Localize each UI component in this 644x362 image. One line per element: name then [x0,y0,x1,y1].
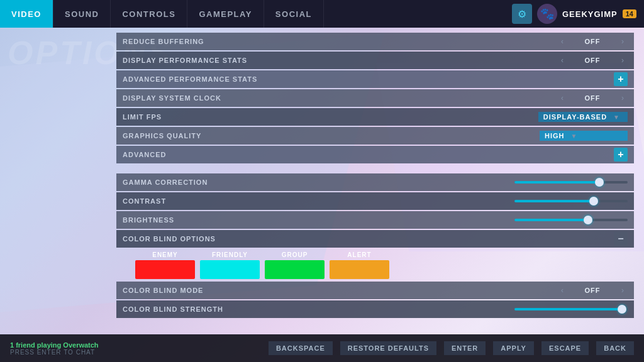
display-perf-stats-value: OFF [567,57,618,64]
swatch-friendly-box[interactable] [200,260,260,279]
display-system-clock-row: DISPLAY SYSTEM CLOCK ‹ OFF › [116,89,634,107]
back-btn[interactable]: BACK [596,341,634,355]
username: GEEKYGIMP [562,9,618,19]
brightness-row: BRIGHTNESS [116,211,634,229]
color-blind-options-label: COLOR BLIND OPTIONS [123,235,614,243]
color-blind-mode-right[interactable]: › [618,286,628,295]
advanced-row: ADVANCED + [116,146,634,163]
contrast-thumb[interactable] [589,197,598,206]
brightness-fill [514,219,588,221]
backspace-btn[interactable]: BACKSPACE [269,341,333,355]
brightness-thumb[interactable] [584,216,592,224]
brightness-label: BRIGHTNESS [123,216,375,224]
color-blind-strength-thumb[interactable] [618,305,626,314]
display-perf-stats-left[interactable]: ‹ [557,56,567,65]
avatar: 🐾 [537,4,557,24]
display-perf-stats-label: DISPLAY PERFORMANCE STATS [123,57,557,64]
chat-hint: PRESS ENTER TO CHAT [10,349,261,356]
color-blind-mode-row: COLOR BLIND MODE ‹ OFF › [116,282,634,299]
settings-icon[interactable]: ⚙ [512,4,532,24]
advanced-label: ADVANCED [123,151,614,158]
limit-fps-label: LIMIT FPS [123,113,538,121]
graphics-quality-label: GRAPHICS QUALITY [123,132,540,140]
graphics-quality-arrow: ▼ [569,133,580,140]
main-area: OPTIONS REDUCE BUFFERING ‹ OFF › DISPLAY… [0,28,644,362]
enter-btn[interactable]: ENTER [444,341,486,355]
swatch-friendly-label: FRIENDLY [212,251,248,258]
color-blind-mode-value: OFF [567,287,618,294]
reduce-buffering-left[interactable]: ‹ [557,37,567,46]
advanced-perf-stats-row: ADVANCED PERFORMANCE STATS + [116,70,634,88]
topbar-right: ⚙ 🐾 GEEKYGIMP 14 [504,0,644,28]
restore-defaults-btn[interactable]: RESTORE DEFAULTS [340,341,436,355]
display-system-clock-left[interactable]: ‹ [557,94,567,102]
advanced-perf-stats-expand[interactable]: + [614,72,628,86]
gamma-correction-slider[interactable] [375,181,628,184]
escape-btn[interactable]: ESCAPE [541,341,589,355]
graphics-quality-row: GRAPHICS QUALITY HIGH ▼ [116,127,634,145]
display-perf-stats-row: DISPLAY PERFORMANCE STATS ‹ OFF › [116,52,634,69]
graphics-quality-text: HIGH [545,132,565,140]
color-blind-strength-row: COLOR BLIND STRENGTH [116,300,634,318]
tab-gameplay[interactable]: GAMEPLAY [187,0,264,28]
display-system-clock-value: OFF [567,94,618,102]
contrast-track [514,200,628,202]
spacer-1 [116,165,634,173]
bottom-info: 1 friend playing Overwatch PRESS ENTER T… [10,341,261,356]
reduce-buffering-label: REDUCE BUFFERING [123,38,557,45]
color-blind-strength-fill [514,308,622,310]
bottom-bar: 1 friend playing Overwatch PRESS ENTER T… [0,334,644,362]
settings-panel: REDUCE BUFFERING ‹ OFF › DISPLAY PERFORM… [116,33,634,341]
tab-controls[interactable]: CONTROLS [111,0,187,28]
swatch-group-box[interactable] [265,260,325,279]
swatch-friendly: FRIENDLY [200,251,260,279]
user-level: 14 [623,9,636,18]
apply-btn[interactable]: APPLY [493,341,534,355]
contrast-fill [514,200,594,202]
topbar: VIDEO SOUND CONTROLS GAMEPLAY SOCIAL ⚙ 🐾… [0,0,644,28]
friend-text: 1 friend playing Overwatch [10,341,261,349]
advanced-perf-stats-label: ADVANCED PERFORMANCE STATS [123,75,614,83]
color-blind-options-row: COLOR BLIND OPTIONS − [116,230,634,248]
color-blind-strength-track [514,308,628,310]
swatch-enemy-box[interactable] [135,260,195,279]
swatch-group-label: GROUP [282,251,308,258]
swatch-group: GROUP [265,251,325,279]
contrast-label: CONTRAST [123,197,375,205]
color-blind-mode-left[interactable]: ‹ [557,286,567,295]
brightness-track [514,219,628,221]
contrast-row: CONTRAST [116,192,634,210]
display-perf-stats-right[interactable]: › [618,56,628,65]
brightness-slider[interactable] [375,219,628,221]
color-swatches: ENEMY FRIENDLY GROUP ALERT [116,251,634,279]
limit-fps-text: DISPLAY-BASED [543,113,607,121]
gamma-thumb[interactable] [595,178,604,187]
swatch-alert: ALERT [330,251,389,279]
tab-sound[interactable]: SOUND [53,0,111,28]
gamma-track [514,181,628,184]
swatch-enemy-label: ENEMY [152,251,178,258]
swatch-alert-box[interactable] [330,260,389,279]
reduce-buffering-right[interactable]: › [618,37,628,46]
gamma-correction-row: GAMMA CORRECTION [116,173,634,191]
gamma-fill [514,181,599,184]
display-system-clock-label: DISPLAY SYSTEM CLOCK [123,94,557,102]
display-system-clock-right[interactable]: › [618,94,628,102]
swatch-enemy: ENEMY [135,251,195,279]
color-blind-options-collapse[interactable]: − [614,232,628,246]
contrast-slider[interactable] [375,200,628,202]
limit-fps-row: LIMIT FPS DISPLAY-BASED ▼ [116,108,634,126]
limit-fps-arrow: ▼ [611,114,623,121]
color-blind-mode-label: COLOR BLIND MODE [123,287,557,294]
gamma-correction-label: GAMMA CORRECTION [123,178,375,186]
graphics-quality-value[interactable]: HIGH ▼ [540,131,628,141]
advanced-expand[interactable]: + [614,148,628,162]
limit-fps-value[interactable]: DISPLAY-BASED ▼ [538,112,628,122]
color-blind-strength-slider[interactable] [375,308,628,310]
tab-video[interactable]: VIDEO [0,0,53,28]
reduce-buffering-row: REDUCE BUFFERING ‹ OFF › [116,33,634,50]
color-blind-strength-label: COLOR BLIND STRENGTH [123,305,375,313]
tab-social[interactable]: SOCIAL [264,0,324,28]
reduce-buffering-value: OFF [567,38,618,45]
swatch-alert-label: ALERT [347,251,371,258]
